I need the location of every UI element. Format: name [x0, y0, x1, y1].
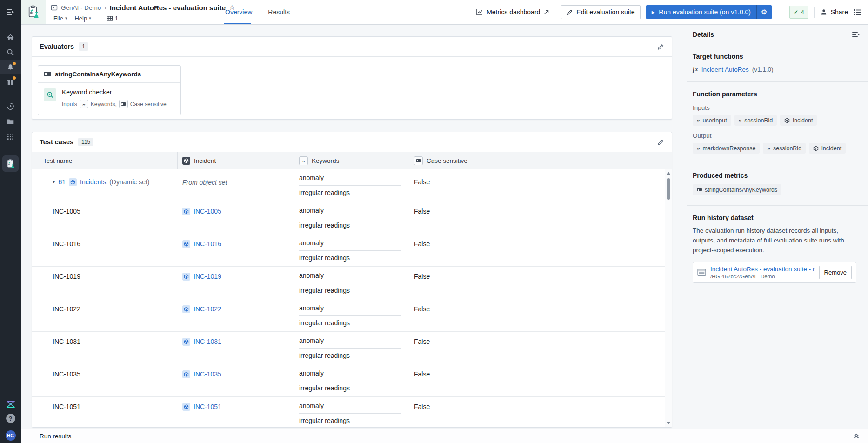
pencil-icon: [657, 139, 664, 146]
table-row[interactable]: INC-1019 INC-1019 anomaly irregular read…: [32, 267, 665, 299]
sidebar-item-user-avatar[interactable]: HG: [0, 430, 21, 441]
branch-selector[interactable]: 1: [104, 14, 121, 23]
case-sensitive-value: False: [414, 240, 430, 248]
platform-x-logo-icon: [6, 400, 16, 408]
incident-link[interactable]: INC-1005: [194, 208, 221, 215]
tab-results[interactable]: Results: [268, 8, 290, 16]
case-sensitive-value: False: [414, 338, 430, 345]
dataset-link[interactable]: Incident AutoRes - evaluation suite - ru…: [710, 266, 815, 273]
sidebar-item-platform-logo[interactable]: [0, 400, 21, 408]
sidebar-item-notifications[interactable]: [0, 60, 21, 74]
keyword-value: anomaly: [299, 304, 409, 312]
edit-test-cases-button[interactable]: [657, 139, 664, 146]
keyword-value: anomaly: [299, 207, 409, 214]
share-button[interactable]: Share: [820, 8, 848, 16]
pencil-icon: [567, 9, 573, 15]
incident-link[interactable]: INC-1031: [194, 338, 221, 345]
sidebar-item-search[interactable]: [0, 45, 21, 60]
test-cases-count-badge: 115: [78, 138, 93, 146]
incident-link[interactable]: INC-1035: [194, 370, 221, 378]
scroll-up-arrow[interactable]: [667, 172, 670, 175]
sidebar-item-help[interactable]: ?: [0, 414, 21, 423]
keyword-value: anomaly: [299, 337, 409, 344]
target-function-link[interactable]: Incident AutoRes: [701, 66, 749, 73]
collapse-caret-icon[interactable]: ▾: [53, 179, 55, 185]
column-header-keywords[interactable]: ” Keywords: [294, 152, 409, 169]
edit-evaluators-button[interactable]: [657, 43, 664, 50]
keyword-value: anomaly: [299, 272, 409, 279]
sidebar-item-home[interactable]: [0, 30, 21, 45]
tab-overview[interactable]: Overview: [225, 8, 252, 16]
target-function-version: (v1.1.0): [752, 66, 774, 73]
list-icon: [854, 9, 861, 16]
file-menu[interactable]: File ▾: [51, 14, 70, 23]
string-type-icon: ”: [767, 148, 770, 151]
remove-dataset-button[interactable]: Remove: [819, 266, 852, 279]
table-row[interactable]: INC-1016 INC-1016 anomaly irregular read…: [32, 234, 665, 267]
evaluators-panel: Evaluators 1 stringContainsAnyKeywords: [32, 36, 672, 120]
incident-link[interactable]: INC-1022: [194, 305, 221, 313]
test-name: INC-1016: [53, 240, 80, 248]
dataset-table-icon: [697, 268, 706, 276]
edit-evaluation-suite-button[interactable]: Edit evaluation suite: [561, 5, 640, 19]
collapse-panel-button[interactable]: [852, 31, 860, 38]
list-menu-button[interactable]: [854, 9, 861, 16]
check-count: 4: [801, 9, 804, 16]
table-row[interactable]: INC-1051 INC-1051 anomaly irregular read…: [32, 397, 665, 427]
object-type-icon: [813, 146, 819, 151]
function-fx-icon: fx: [693, 66, 698, 73]
column-header-test-name[interactable]: Test name: [32, 152, 178, 169]
evaluators-panel-header: Evaluators 1: [32, 37, 672, 57]
group-row-name[interactable]: Incidents: [80, 178, 106, 186]
checks-passed-badge[interactable]: ✓ 4: [789, 6, 808, 19]
parameter-tag: incident: [780, 115, 817, 126]
sidebar-divider: [4, 396, 17, 396]
header-divider: [555, 7, 555, 18]
top-header-bar: GenAI - Demo › Incident AutoRes - evalua…: [21, 0, 868, 25]
keyword-divider: [299, 185, 401, 186]
sidebar-item-history[interactable]: [0, 99, 21, 114]
app-icon-tile[interactable]: [21, 0, 46, 24]
expand-panel-button[interactable]: [853, 433, 860, 439]
incident-link[interactable]: INC-1051: [194, 403, 221, 410]
breadcrumb-project[interactable]: GenAI - Demo: [61, 4, 101, 11]
table-group-row[interactable]: ▾ 61 Incidents (Dynamic set) From object…: [32, 169, 665, 201]
column-header-empty: [499, 152, 672, 169]
section-divider: [687, 205, 868, 206]
string-array-icon: ”: [80, 100, 88, 108]
table-row[interactable]: INC-1035 INC-1035 anomaly irregular read…: [32, 364, 665, 397]
sidebar-item-whats-new[interactable]: [0, 74, 21, 89]
scrollbar-thumb[interactable]: [667, 178, 670, 200]
evaluator-card[interactable]: stringContainsAnyKeywords Keyword checke…: [38, 65, 181, 115]
scroll-down-arrow[interactable]: [667, 422, 670, 424]
run-results-bottom-bar[interactable]: Run results: [21, 429, 868, 443]
metrics-dashboard-link[interactable]: Metrics dashboard: [476, 8, 549, 16]
sidebar-item-evaluation-app-active[interactable]: [2, 155, 19, 172]
column-header-case-sensitive[interactable]: Case sensitive: [409, 152, 499, 169]
gear-icon: ⚙: [761, 8, 767, 16]
run-settings-gear-button[interactable]: ⚙: [756, 5, 771, 19]
run-evaluation-suite-button[interactable]: ▶ Run evaluation suite (on v1.0.0) ⚙: [646, 5, 772, 19]
incident-link[interactable]: INC-1019: [194, 273, 221, 280]
sidebar-item-apps[interactable]: [0, 129, 21, 144]
table-row[interactable]: INC-1022 INC-1022 anomaly irregular read…: [32, 299, 665, 332]
chart-icon: [476, 8, 483, 16]
incident-source-label: From object set: [182, 179, 227, 186]
help-menu[interactable]: Help ▾: [72, 14, 93, 23]
string-array-icon: ”: [299, 156, 308, 165]
incident-link[interactable]: INC-1016: [194, 240, 221, 248]
sidebar-item-files[interactable]: [0, 114, 21, 129]
run-history-dataset-card[interactable]: Incident AutoRes - evaluation suite - ru…: [693, 262, 856, 283]
test-name: INC-1022: [53, 305, 80, 313]
keyword-divider: [299, 250, 401, 251]
column-header-incident[interactable]: Incident: [178, 152, 294, 169]
evaluator-card-body: Keyword checker Inputs ” Keywords, Case …: [38, 83, 180, 115]
table-row[interactable]: INC-1005 INC-1005 anomaly irregular read…: [32, 201, 665, 234]
produced-metrics-title: Produced metrics: [693, 172, 860, 179]
table-scrollbar[interactable]: [665, 169, 672, 427]
table-row[interactable]: INC-1031 INC-1031 anomaly irregular read…: [32, 332, 665, 364]
input-keywords-label: Keywords,: [91, 101, 117, 107]
object-set-cube-icon: [69, 178, 77, 186]
keyword-value: irregular readings: [299, 384, 409, 392]
sidebar-toggle-button[interactable]: [0, 5, 21, 20]
